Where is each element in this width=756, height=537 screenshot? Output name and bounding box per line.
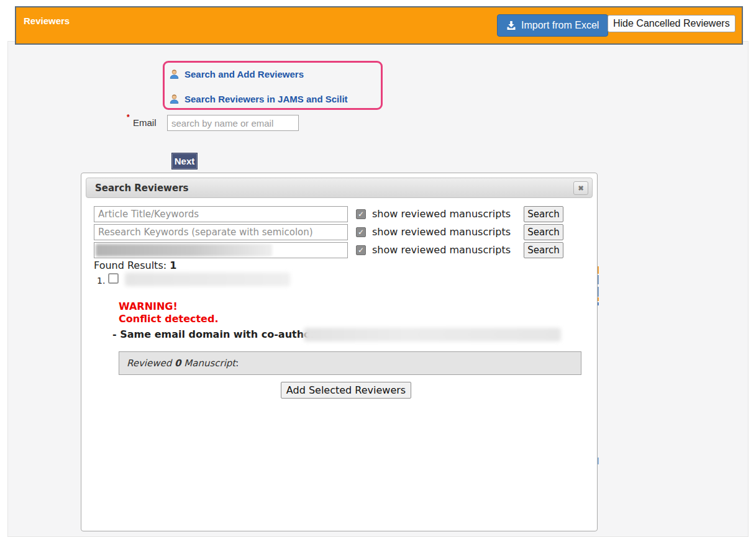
found-results-label: Found Results: — [94, 259, 170, 271]
search-and-add-reviewers-link[interactable]: Search and Add Reviewers — [169, 67, 304, 81]
result-index: 1. — [97, 276, 105, 286]
redacted-reviewer-name — [125, 273, 290, 286]
search-row-research-keywords: show reviewed manuscripts Search — [94, 224, 585, 240]
warning-title: WARNING! — [119, 300, 178, 312]
email-label: Email — [133, 117, 157, 128]
close-icon[interactable]: ✖ — [573, 181, 588, 195]
search-reviewers-dialog: Search Reviewers ✖ show reviewed manuscr… — [81, 173, 598, 531]
reviewers-page: Reviewers Import from Excel Hide Cancell… — [0, 0, 756, 537]
search-row-article-title: show reviewed manuscripts Search — [94, 206, 585, 222]
download-icon — [506, 20, 516, 30]
conflict-note: - Same email domain with co-author — [112, 328, 316, 340]
person-icon — [169, 94, 180, 104]
found-results-line: Found Results: 1 — [94, 259, 176, 271]
show-reviewed-manuscripts-label: show reviewed manuscripts — [372, 208, 511, 220]
search-row-name-email: show reviewed manuscripts Search — [94, 242, 585, 258]
checked-checkbox[interactable] — [356, 209, 366, 219]
add-selected-reviewers-button[interactable]: Add Selected Reviewers — [281, 382, 411, 399]
checked-checkbox[interactable] — [356, 245, 366, 255]
import-from-excel-button[interactable]: Import from Excel — [497, 14, 608, 37]
warning-detail: Conflict detected. — [119, 313, 219, 325]
next-button[interactable]: Next — [171, 153, 198, 169]
search-button[interactable]: Search — [524, 242, 563, 258]
colon: : — [235, 358, 239, 369]
hide-cancelled-reviewers-button[interactable]: Hide Cancelled Reviewers — [608, 15, 736, 32]
search-button[interactable]: Search — [524, 206, 563, 222]
redacted-coauthor-name — [304, 328, 561, 341]
result-checkbox[interactable] — [108, 273, 119, 284]
page-title: Reviewers — [24, 16, 70, 26]
article-title-keywords-input[interactable] — [94, 206, 348, 222]
search-and-add-reviewers-label: Search and Add Reviewers — [184, 69, 304, 79]
search-reviewers-jams-scilit-label: Search Reviewers in JAMS and Scilit — [184, 94, 348, 104]
redacted-text — [96, 244, 272, 256]
manuscript-word: Manuscript — [181, 358, 235, 369]
required-asterisk: * — [127, 113, 130, 122]
reviewed-manuscripts-bar: Reviewed 0 Manuscript: — [119, 351, 581, 375]
show-reviewed-manuscripts-label: show reviewed manuscripts — [372, 244, 511, 256]
dialog-titlebar[interactable]: Search Reviewers ✖ — [86, 178, 593, 198]
person-icon — [169, 69, 180, 79]
search-button[interactable]: Search — [524, 224, 563, 240]
reviewed-word: Reviewed — [127, 358, 175, 369]
reviewed-count: 0 — [175, 358, 181, 369]
hide-cancelled-reviewers-label: Hide Cancelled Reviewers — [613, 18, 730, 29]
show-reviewed-manuscripts-label: show reviewed manuscripts — [372, 226, 511, 238]
reviewers-section-header: Reviewers Import from Excel Hide Cancell… — [15, 6, 743, 45]
research-keywords-input[interactable] — [94, 224, 348, 240]
dialog-title: Search Reviewers — [95, 183, 188, 194]
found-results-count: 1 — [170, 259, 176, 271]
email-search-input[interactable] — [167, 115, 299, 131]
checked-checkbox[interactable] — [356, 227, 366, 237]
search-reviewers-jams-scilit-link[interactable]: Search Reviewers in JAMS and Scilit — [169, 92, 348, 106]
import-from-excel-label: Import from Excel — [521, 20, 599, 31]
